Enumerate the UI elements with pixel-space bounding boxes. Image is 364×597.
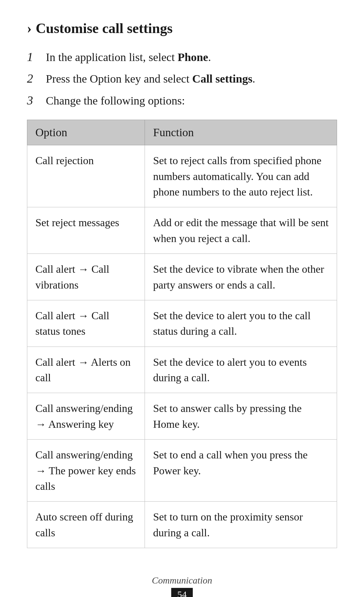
function-cell-0: Set to reject calls from specified phone… [145,145,337,207]
step-num-2: 2 [27,70,40,87]
option-cell-1: Set reject messages [27,207,145,254]
step-num-3: 3 [27,92,40,109]
table-row: Set reject messagesAdd or edit the messa… [27,207,337,254]
option-cell-0: Call rejection [27,145,145,207]
table-row: Call rejectionSet to reject calls from s… [27,145,337,207]
option-cell-4: Call alert → Alerts on call [27,347,145,393]
function-cell-3: Set the device to alert you to the call … [145,300,337,347]
section-title: › Customise call settings [27,20,337,36]
step-2: 2Press the Option key and select Call se… [27,70,337,87]
option-cell-6: Call answering/ending → The power key en… [27,440,145,502]
function-cell-7: Set to turn on the proximity sensor duri… [145,502,337,548]
table-row: Call alert → Call vibrationsSet the devi… [27,254,337,300]
function-cell-4: Set the device to alert you to events du… [145,347,337,393]
step-text-3: Change the following options: [46,93,185,109]
steps-list: 1In the application list, select Phone.2… [27,49,337,109]
function-cell-6: Set to end a call when you press the Pow… [145,440,337,502]
function-cell-1: Add or edit the message that will be sen… [145,207,337,254]
page-content: › Customise call settings 1In the applic… [27,20,337,597]
col-header-function: Function [145,120,337,145]
table-row: Call alert → Call status tonesSet the de… [27,300,337,347]
table-row: Call answering/ending → Answering keySet… [27,393,337,440]
step-1: 1In the application list, select Phone. [27,49,337,65]
chevron-icon: › [27,20,32,36]
option-cell-2: Call alert → Call vibrations [27,254,145,300]
step-num-1: 1 [27,49,40,65]
step-text-1: In the application list, select Phone. [46,49,211,65]
option-cell-7: Auto screen off during calls [27,502,145,548]
page-number: 54 [171,588,193,597]
table-row: Auto screen off during callsSet to turn … [27,502,337,548]
col-header-option: Option [27,120,145,145]
table-row: Call answering/ending → The power key en… [27,440,337,502]
page-footer: Communication 54 [27,575,337,597]
function-cell-2: Set the device to vibrate when the other… [145,254,337,300]
option-cell-3: Call alert → Call status tones [27,300,145,347]
step-text-2: Press the Option key and select Call set… [46,71,255,87]
function-cell-5: Set to answer calls by pressing the Home… [145,393,337,440]
footer-label: Communication [27,575,337,586]
step-3: 3Change the following options: [27,92,337,109]
option-cell-5: Call answering/ending → Answering key [27,393,145,440]
settings-table: Option Function Call rejectionSet to rej… [27,120,337,548]
title-text: Customise call settings [36,20,173,36]
table-row: Call alert → Alerts on callSet the devic… [27,347,337,393]
